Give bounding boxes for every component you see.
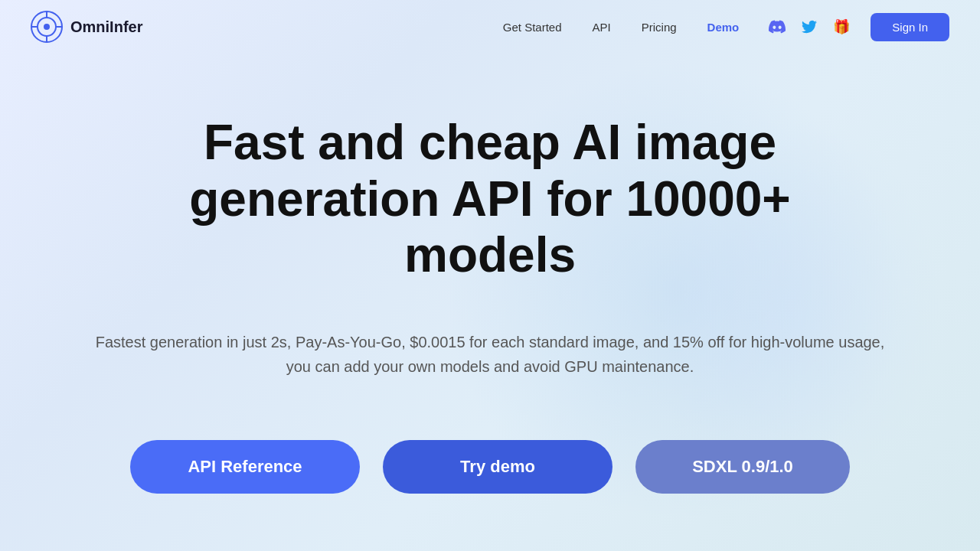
main-nav: Get Started API Pricing Demo 🎁 Sign In xyxy=(491,13,949,41)
logo-icon xyxy=(31,11,63,43)
hero-section: Fast and cheap AI image generation API f… xyxy=(0,54,980,494)
hero-subtitle: Fastest generation in just 2s, Pay-As-Yo… xyxy=(69,330,911,379)
nav-demo[interactable]: Demo xyxy=(695,15,752,40)
nav-pricing[interactable]: Pricing xyxy=(629,15,689,40)
gift-icon: 🎁 xyxy=(833,18,850,35)
brand-name: OmniInfer xyxy=(70,18,142,36)
svg-point-2 xyxy=(44,24,50,30)
sdxl-button[interactable]: SDXL 0.9/1.0 xyxy=(635,440,850,494)
hero-title: Fast and cheap AI image generation API f… xyxy=(145,115,835,284)
api-reference-button[interactable]: API Reference xyxy=(130,440,360,494)
twitter-icon xyxy=(802,19,817,34)
nav-social-icons: 🎁 xyxy=(763,13,855,41)
discord-icon xyxy=(769,18,786,35)
twitter-button[interactable] xyxy=(795,13,823,41)
discord-button[interactable] xyxy=(763,13,791,41)
gift-button[interactable]: 🎁 xyxy=(828,13,855,41)
nav-api[interactable]: API xyxy=(580,15,623,40)
sign-in-button[interactable]: Sign In xyxy=(871,13,949,41)
nav-get-started[interactable]: Get Started xyxy=(491,15,574,40)
try-demo-button[interactable]: Try demo xyxy=(383,440,612,494)
logo[interactable]: OmniInfer xyxy=(31,11,142,43)
cta-buttons: API Reference Try demo SDXL 0.9/1.0 xyxy=(130,440,850,494)
